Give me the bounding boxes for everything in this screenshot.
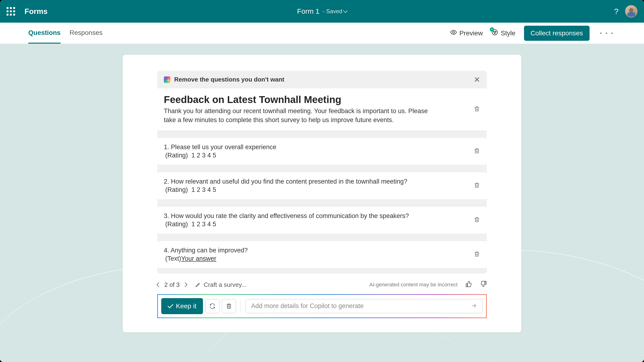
copilot-panel: Remove the questions you don't want ✕ Fe… <box>157 71 487 274</box>
discard-button[interactable] <box>222 299 236 313</box>
send-icon[interactable] <box>470 302 477 310</box>
pager: 2 of 3 <box>157 281 187 288</box>
more-options-button[interactable]: · · · <box>598 30 616 37</box>
collect-responses-button[interactable]: Collect responses <box>524 26 590 41</box>
question-text: 1. Please tell us your overall experienc… <box>164 144 480 151</box>
pager-prev-button[interactable] <box>156 282 161 287</box>
copilot-logo-icon <box>164 76 170 83</box>
question-meta: (Rating) 1 2 3 4 5 <box>164 186 480 194</box>
copilot-banner-text: Remove the questions you don't want <box>174 76 284 83</box>
delete-question-button[interactable] <box>474 251 480 258</box>
chevron-down-icon <box>343 8 348 13</box>
question-card[interactable]: 4. Anything can be improved? (Text)Your … <box>157 241 487 268</box>
style-icon <box>491 29 498 38</box>
app-name: Forms <box>24 7 48 16</box>
pager-label: 2 of 3 <box>164 281 180 288</box>
svg-point-0 <box>452 31 454 33</box>
tab-questions[interactable]: Questions <box>28 23 60 44</box>
delete-title-button[interactable] <box>474 106 480 113</box>
svg-point-3 <box>495 31 496 32</box>
user-avatar[interactable] <box>625 5 638 18</box>
question-card[interactable]: 3. How would you rate the clarity and ef… <box>157 207 487 234</box>
app-header: Forms Form 1 - Saved ? <box>0 0 644 22</box>
question-text: 4. Anything can be improved? <box>164 247 480 254</box>
divider <box>241 300 241 312</box>
thumbs-up-button[interactable] <box>466 281 472 289</box>
tab-responses[interactable]: Responses <box>70 23 102 44</box>
delete-question-button[interactable] <box>474 216 480 224</box>
help-icon[interactable]: ? <box>614 7 618 16</box>
question-meta: (Rating) 1 2 3 4 5 <box>164 220 480 228</box>
copilot-banner: Remove the questions you don't want ✕ <box>157 71 487 88</box>
thumbs-down-button[interactable] <box>480 281 487 289</box>
regenerate-button[interactable] <box>205 299 220 313</box>
ai-disclaimer: AI-generated content may be incorrect <box>370 282 458 288</box>
copilot-pager-row: 2 of 3 Craft a survey... AI-generated co… <box>157 281 487 289</box>
form-description: Thank you for attending our recent townh… <box>164 107 435 125</box>
form-title: Feedback on Latest Townhall Meeting <box>164 94 480 105</box>
question-card[interactable]: 1. Please tell us your overall experienc… <box>157 138 487 165</box>
questions-list: 1. Please tell us your overall experienc… <box>157 138 487 274</box>
close-icon[interactable]: ✕ <box>474 76 480 84</box>
document-title: Form 1 <box>297 7 320 15</box>
question-meta: (Text)Your answer <box>164 255 480 262</box>
form-sheet: Remove the questions you don't want ✕ Fe… <box>123 55 521 332</box>
app-launcher-icon[interactable] <box>6 7 15 16</box>
delete-question-button[interactable] <box>474 182 480 190</box>
copilot-prompt-input-wrap <box>246 299 483 313</box>
document-title-area[interactable]: Form 1 - Saved <box>297 7 347 15</box>
craft-survey-button[interactable]: Craft a survey... <box>195 281 246 288</box>
keep-it-button[interactable]: Keep it <box>161 298 203 314</box>
canvas: Remove the questions you don't want ✕ Fe… <box>0 44 644 362</box>
question-text: 3. How would you rate the clarity and ef… <box>164 212 480 220</box>
question-text: 2. How relevant and useful did you find … <box>164 178 480 185</box>
delete-question-button[interactable] <box>474 148 480 155</box>
eye-icon <box>450 29 457 38</box>
preview-button[interactable]: Preview <box>450 29 483 38</box>
form-title-card: Feedback on Latest Townhall Meeting Than… <box>157 88 487 130</box>
toolbar: Questions Responses Preview Style Collec… <box>0 22 644 44</box>
pager-next-button[interactable] <box>183 282 188 287</box>
copilot-prompt-input[interactable] <box>251 302 470 310</box>
save-status: - Saved <box>323 8 347 14</box>
svg-point-2 <box>494 31 494 32</box>
style-button[interactable]: Style <box>491 29 515 38</box>
question-meta: (Rating) 1 2 3 4 5 <box>164 152 480 159</box>
copilot-action-row: Keep it <box>157 294 487 318</box>
app-window: Forms Form 1 - Saved ? Questions Respons… <box>0 0 644 362</box>
svg-point-4 <box>494 33 495 34</box>
question-card[interactable]: 2. How relevant and useful did you find … <box>157 172 487 199</box>
check-icon <box>168 302 173 308</box>
